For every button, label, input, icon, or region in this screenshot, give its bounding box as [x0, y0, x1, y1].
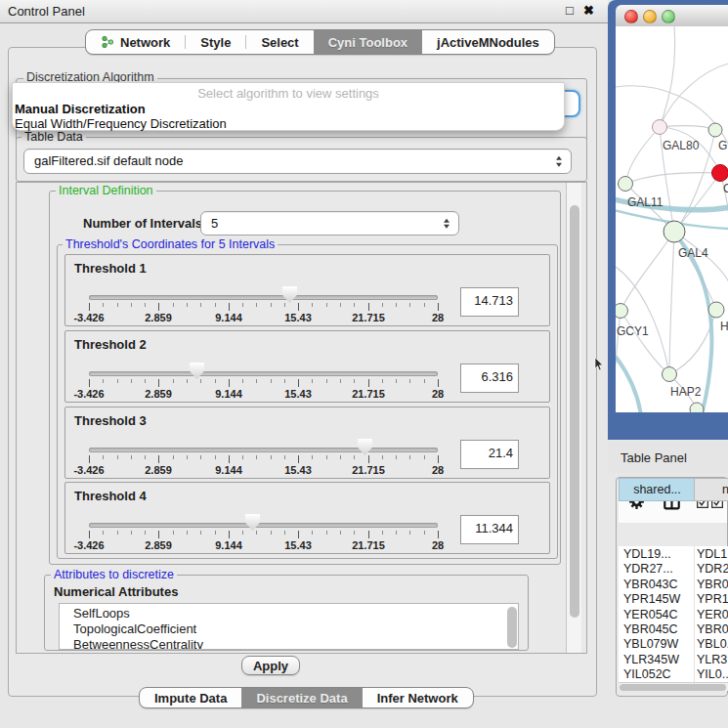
threshold-4-slider-track[interactable] — [89, 523, 438, 528]
table-row[interactable]: YPR145WYPR1... — [619, 592, 728, 607]
settings-scrollbar-thumb[interactable] — [570, 205, 579, 618]
apply-button[interactable]: Apply — [241, 656, 300, 675]
node-hap2[interactable] — [663, 367, 677, 382]
tick-label: 15.43 — [284, 312, 312, 323]
threshold-4-slider-thumb[interactable] — [245, 514, 260, 531]
tick-label: 2.859 — [145, 312, 172, 323]
threshold-3-value-field[interactable]: 21.4 — [460, 440, 519, 469]
tab-network[interactable]: Network — [86, 30, 185, 54]
threshold-2-slider-track[interactable] — [89, 371, 438, 376]
tick-label: 15.43 — [284, 388, 312, 400]
cell-shared-name: YPR145W — [623, 592, 694, 607]
node-partial-h[interactable] — [708, 302, 724, 318]
algorithm-option-equal-width[interactable]: Equal Width/Frequency Discretization — [13, 116, 564, 131]
column-header-shared-name[interactable]: shared... — [619, 478, 696, 501]
tab-jactivemnodules[interactable]: jActiveMNodules — [422, 30, 554, 54]
control-panel-title: Control Panel — [8, 4, 85, 19]
attribute-list-item[interactable]: TopologicalCoefficient — [60, 621, 518, 637]
attribute-list-item[interactable]: SelfLoops — [60, 604, 518, 621]
table-row[interactable]: YBR043CYBR0... — [619, 578, 728, 592]
close-traffic-light-icon[interactable] — [624, 10, 638, 23]
cell-name: YBR0... — [697, 578, 728, 592]
tab-impute-data[interactable]: Impute Data — [140, 688, 241, 707]
threshold-4-label: Threshold 4 — [74, 489, 147, 503]
node-gal80[interactable] — [653, 120, 667, 135]
cell-name: YPR1... — [697, 592, 728, 607]
zoom-traffic-light-icon[interactable] — [662, 10, 675, 23]
table-row[interactable]: YIL052CYIL0... — [619, 667, 728, 682]
algorithm-placeholder-option[interactable]: Select algorithm to view settings — [13, 83, 564, 102]
table-body[interactable]: YDL19...YDL1... YDR27...YDR2... YBR043CY… — [619, 546, 728, 682]
attribute-list-item[interactable]: BetweennessCentrality — [60, 637, 518, 650]
cell-name: YBL0... — [697, 637, 728, 652]
node-gcy1[interactable] — [616, 304, 628, 319]
table-panel-body: shared... na... YDL19...YDL1... YDR27...… — [616, 477, 728, 697]
table-data-combo[interactable]: galFiltered.sif default node — [23, 149, 572, 174]
numerical-attributes-label: Numerical Attributes — [54, 584, 178, 599]
threshold-1-slider-track[interactable] — [89, 295, 438, 300]
table-row[interactable]: YLR345WYLR3... — [619, 653, 728, 667]
close-window-icon[interactable]: ✖ — [583, 3, 594, 18]
node-partial-g[interactable] — [708, 123, 722, 137]
tab-style[interactable]: Style — [186, 30, 245, 54]
cell-shared-name: YIL052C — [623, 667, 694, 682]
tab-select[interactable]: Select — [246, 30, 313, 54]
number-of-intervals-combo[interactable]: 5 — [200, 211, 459, 236]
table-panel-titlebar: Table Panel — [608, 442, 728, 473]
threshold-3-slider-track[interactable] — [89, 448, 438, 452]
tab-infer-network[interactable]: Infer Network — [363, 688, 473, 707]
table-scrollbar-thumb[interactable] — [620, 684, 726, 691]
node-gal11[interactable] — [619, 177, 633, 192]
node-selected-red[interactable] — [712, 165, 728, 182]
numerical-attributes-list[interactable]: SelfLoops TopologicalCoefficient Between… — [59, 603, 519, 650]
cell-shared-name: YER054C — [623, 608, 694, 622]
tick-label: 28 — [432, 312, 444, 323]
cell-shared-name: YBL079W — [623, 637, 694, 652]
tick-label: -3.426 — [73, 312, 104, 323]
table-data-combo-value: galFiltered.sif default node — [34, 153, 183, 168]
float-window-icon[interactable]: □ — [566, 3, 574, 18]
network-canvas[interactable]: GAL80 G C GAL11 GAL4 GCY1 H HAP2 — [616, 26, 728, 412]
network-window-titlebar[interactable] — [616, 5, 728, 27]
threshold-1-slider-thumb[interactable] — [282, 286, 297, 303]
tick-label: -3.426 — [73, 539, 104, 551]
tab-impute-data-label: Impute Data — [154, 691, 227, 706]
interval-definition-title: Interval Definition — [56, 185, 156, 197]
algorithm-option-manual[interactable]: Manual Discretization — [13, 102, 564, 116]
tick-label: 9.144 — [215, 388, 242, 400]
table-horizontal-scrollbar[interactable] — [619, 682, 728, 691]
threshold-2-label: Threshold 2 — [74, 337, 147, 352]
tab-network-label: Network — [120, 35, 170, 50]
column-header-name[interactable]: na... — [694, 478, 728, 501]
tab-cyni-toolbox-label: Cyni Toolbox — [328, 35, 407, 50]
threshold-2-slider-thumb[interactable] — [190, 363, 204, 379]
settings-vertical-scrollbar[interactable] — [566, 183, 581, 653]
number-of-intervals-value: 5 — [211, 216, 218, 231]
threshold-1-value-field[interactable]: 14.713 — [460, 287, 519, 317]
tab-cyni-toolbox[interactable]: Cyni Toolbox — [314, 30, 422, 54]
tab-discretize-data-label: Discretize Data — [256, 691, 347, 706]
tick-label: 9.144 — [215, 312, 242, 323]
tab-style-label: Style — [200, 35, 231, 50]
threshold-4-panel: Threshold 4 -3.426 2.859 9.144 15.43 21.… — [64, 482, 550, 554]
table-row[interactable]: YER054CYER0... — [619, 608, 728, 622]
node-partial-bottom[interactable] — [690, 403, 704, 412]
node-gal4[interactable] — [664, 221, 685, 242]
tick-label: 21.715 — [352, 312, 385, 323]
table-row[interactable]: YBL079WYBL0... — [619, 637, 728, 652]
minimize-traffic-light-icon[interactable] — [643, 10, 657, 23]
threshold-4-value-field[interactable]: 11.344 — [460, 515, 519, 544]
node-label-gal4: GAL4 — [678, 246, 708, 260]
attributes-list-scrollbar-thumb[interactable] — [507, 607, 517, 648]
table-row[interactable]: YBR045CYBR0... — [619, 622, 728, 637]
table-row[interactable]: YDL19...YDL1... — [619, 547, 728, 562]
cell-name: YDR2... — [697, 562, 728, 577]
number-of-intervals-label: Number of Intervals — [83, 216, 202, 231]
threshold-1-tick-marks — [89, 303, 439, 311]
tick-label: 21.715 — [352, 464, 385, 476]
tab-discretize-data[interactable]: Discretize Data — [241, 688, 362, 707]
table-row[interactable]: YDR27...YDR2... — [619, 562, 728, 577]
threshold-2-value-field[interactable]: 6.316 — [460, 364, 519, 393]
cell-name: YBR0... — [697, 622, 728, 637]
threshold-3-slider-thumb[interactable] — [358, 439, 372, 455]
